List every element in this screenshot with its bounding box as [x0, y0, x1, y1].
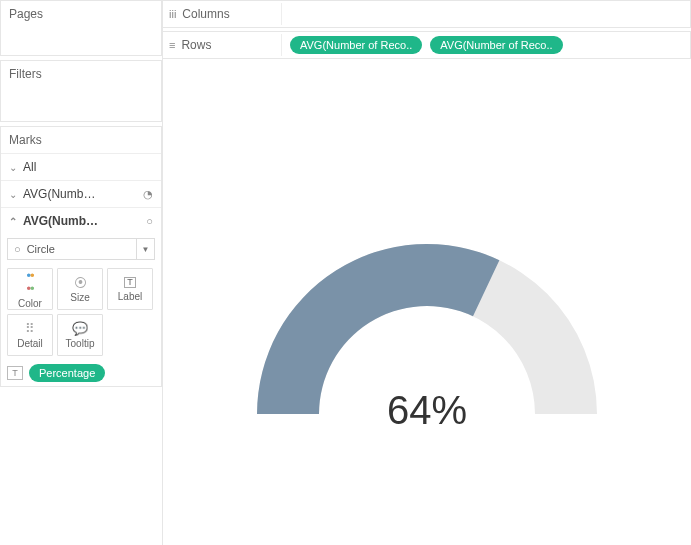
gauge-value-label: 64% [387, 388, 467, 433]
chevron-down-icon: ▼ [136, 239, 154, 259]
detail-card[interactable]: ⠿ Detail [7, 314, 53, 356]
pie-icon: ◔ [143, 188, 153, 201]
percentage-pill[interactable]: Percentage [29, 364, 105, 382]
size-label: Size [70, 292, 89, 303]
rows-pill-1[interactable]: AVG(Number of Reco.. [290, 36, 422, 54]
circle-icon: ○ [14, 243, 21, 255]
pages-label: Pages [1, 1, 161, 27]
chevron-down-icon: ⌄ [9, 162, 17, 173]
rows-pill-2[interactable]: AVG(Number of Reco.. [430, 36, 562, 54]
filters-shelf[interactable]: Filters [0, 60, 162, 122]
marks-all-row[interactable]: ⌄All [1, 153, 161, 180]
columns-shelf[interactable]: iiiColumns [163, 0, 691, 28]
rows-label: Rows [181, 38, 211, 52]
marks-avg2-row[interactable]: ⌃AVG(Numb… ○ [1, 207, 161, 234]
marks-avg2-label: AVG(Numb… [23, 214, 98, 228]
label-card[interactable]: T Label [107, 268, 153, 310]
marks-label: Marks [1, 127, 161, 153]
mark-type-label: Circle [27, 243, 55, 255]
marks-all-label: All [23, 160, 36, 174]
text-icon: T [7, 366, 23, 380]
circle-icon: ○ [146, 215, 153, 227]
marks-avg1-row[interactable]: ⌄AVG(Numb… ◔ [1, 180, 161, 207]
mark-type-dropdown[interactable]: ○ Circle ▼ [7, 238, 155, 260]
marks-avg1-label: AVG(Numb… [23, 187, 95, 201]
color-label: Color [18, 298, 42, 309]
marks-card: Marks ⌄All ⌄AVG(Numb… ◔ ⌃AVG(Numb… ○ ○ C… [0, 126, 162, 387]
chevron-up-icon: ⌃ [9, 216, 17, 227]
color-icon: •••• [26, 269, 33, 295]
label-label: Label [118, 291, 142, 302]
size-icon: ⦿ [74, 276, 87, 289]
viz-canvas: 64% [163, 62, 691, 545]
columns-icon: iii [169, 8, 176, 20]
label-pill-row: T Percentage [1, 360, 161, 386]
size-card[interactable]: ⦿ Size [57, 268, 103, 310]
rows-shelf[interactable]: ≡Rows AVG(Number of Reco.. AVG(Number of… [163, 31, 691, 59]
gauge-chart: 64% [237, 219, 617, 439]
tooltip-label: Tooltip [66, 338, 95, 349]
columns-label: Columns [182, 7, 229, 21]
detail-icon: ⠿ [25, 322, 35, 335]
tooltip-icon: 💬 [72, 322, 88, 335]
tooltip-card[interactable]: 💬 Tooltip [57, 314, 103, 356]
color-card[interactable]: •••• Color [7, 268, 53, 310]
rows-icon: ≡ [169, 39, 175, 51]
filters-label: Filters [1, 61, 161, 87]
pages-shelf[interactable]: Pages [0, 0, 162, 56]
chevron-down-icon: ⌄ [9, 189, 17, 200]
label-icon: T [124, 277, 136, 288]
detail-label: Detail [17, 338, 43, 349]
